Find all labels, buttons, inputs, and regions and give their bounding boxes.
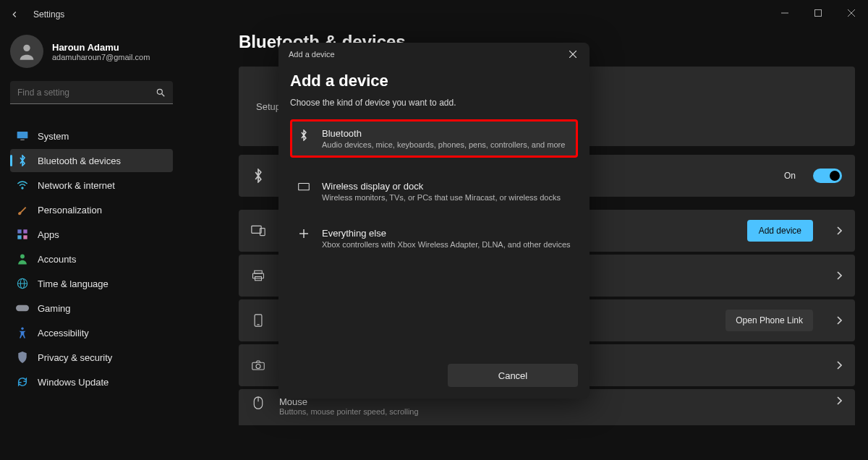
sidebar-item-label: Accounts xyxy=(38,254,76,265)
svg-point-4 xyxy=(23,45,30,51)
person-icon xyxy=(16,252,29,265)
nav-list: System Bluetooth & devices Network & int… xyxy=(10,124,173,393)
sidebar-item-label: System xyxy=(38,131,69,142)
window-title: Settings xyxy=(33,9,64,20)
dialog-titlebar: Add a device xyxy=(278,43,590,66)
profile-email: adamuharoun7@gmail.com xyxy=(52,53,150,61)
sidebar-item-personalization[interactable]: Personalization xyxy=(10,198,173,221)
sidebar-item-privacy[interactable]: Privacy & security xyxy=(10,346,173,369)
svg-rect-1 xyxy=(815,10,822,17)
option-sub: Wireless monitors, TVs, or PCs that use … xyxy=(322,193,561,202)
option-title: Wireless display or dock xyxy=(322,181,561,192)
svg-rect-22 xyxy=(255,271,263,273)
display-icon xyxy=(297,181,310,192)
dialog-option-wireless-display[interactable]: Wireless display or dock Wireless monito… xyxy=(290,172,578,210)
chevron-right-icon xyxy=(836,396,842,405)
svg-rect-11 xyxy=(23,229,27,233)
svg-rect-8 xyxy=(20,140,24,140)
svg-point-19 xyxy=(21,328,23,330)
sidebar-item-label: Time & language xyxy=(38,278,109,289)
add-device-button[interactable]: Add device xyxy=(747,220,813,242)
option-title: Everything else xyxy=(322,228,571,239)
chevron-right-icon xyxy=(836,316,842,325)
dialog-close-button[interactable] xyxy=(562,44,584,64)
svg-rect-18 xyxy=(16,305,29,311)
maximize-button[interactable] xyxy=(801,0,835,26)
close-button[interactable] xyxy=(835,0,868,26)
row-sub: Buttons, mouse pointer speed, scrolling xyxy=(279,407,825,416)
bluetooth-toggle[interactable] xyxy=(813,169,842,183)
chevron-right-icon xyxy=(836,271,842,280)
svg-point-28 xyxy=(256,365,260,369)
back-button[interactable] xyxy=(0,0,29,29)
avatar xyxy=(10,35,43,68)
svg-point-14 xyxy=(20,255,25,259)
sidebar-item-accounts[interactable]: Accounts xyxy=(10,247,173,271)
svg-rect-21 xyxy=(260,229,265,236)
sidebar-item-accessibility[interactable]: Accessibility xyxy=(10,321,173,344)
sidebar: Haroun Adamu adamuharoun7@gmail.com Syst… xyxy=(10,35,173,393)
phone-icon xyxy=(249,314,268,327)
svg-rect-10 xyxy=(17,229,21,233)
search-box[interactable] xyxy=(10,81,173,104)
svg-rect-7 xyxy=(17,132,28,138)
plus-icon xyxy=(297,228,310,238)
sidebar-item-update[interactable]: Windows Update xyxy=(10,370,173,393)
chevron-right-icon xyxy=(836,226,842,235)
shield-icon xyxy=(16,351,29,364)
dialog-option-bluetooth[interactable]: Bluetooth Audio devices, mice, keyboards… xyxy=(290,119,578,158)
sidebar-item-label: Accessibility xyxy=(38,328,89,338)
sidebar-item-gaming[interactable]: Gaming xyxy=(10,297,173,320)
profile-block[interactable]: Haroun Adamu adamuharoun7@gmail.com xyxy=(10,35,173,68)
sidebar-item-network[interactable]: Network & internet xyxy=(10,174,173,197)
search-icon xyxy=(156,88,166,98)
dialog-window-title: Add a device xyxy=(289,50,335,59)
bluetooth-icon xyxy=(249,169,268,183)
dialog-subheading: Choose the kind of device you want to ad… xyxy=(290,98,578,108)
svg-line-6 xyxy=(162,93,165,96)
sidebar-item-label: Bluetooth & devices xyxy=(38,156,121,166)
open-phone-link-button[interactable]: Open Phone Link xyxy=(726,310,813,331)
search-input[interactable] xyxy=(17,88,156,98)
bluetooth-icon xyxy=(297,128,310,141)
sidebar-item-bluetooth-devices[interactable]: Bluetooth & devices xyxy=(10,149,173,172)
sidebar-item-label: Network & internet xyxy=(38,180,115,191)
svg-point-9 xyxy=(22,187,23,189)
sidebar-item-apps[interactable]: Apps xyxy=(10,223,173,246)
profile-name: Haroun Adamu xyxy=(52,42,150,53)
svg-rect-23 xyxy=(253,273,264,278)
dialog-heading: Add a device xyxy=(290,72,578,90)
option-sub: Xbox controllers with Xbox Wireless Adap… xyxy=(322,240,571,249)
titlebar: Settings xyxy=(0,0,868,29)
sidebar-item-system[interactable]: System xyxy=(10,124,173,148)
sidebar-item-time-language[interactable]: Time & language xyxy=(10,272,173,295)
devices-icon xyxy=(249,225,268,237)
update-icon xyxy=(16,375,29,388)
option-sub: Audio devices, mice, keyboards, phones, … xyxy=(322,140,565,149)
apps-icon xyxy=(16,228,29,241)
svg-rect-12 xyxy=(17,235,21,239)
brush-icon xyxy=(16,203,29,216)
dialog-option-everything-else[interactable]: Everything else Xbox controllers with Xb… xyxy=(290,219,578,257)
sidebar-item-label: Windows Update xyxy=(38,377,109,388)
gaming-icon xyxy=(16,302,29,315)
accessibility-icon xyxy=(16,326,29,339)
system-icon xyxy=(16,129,29,142)
camera-icon xyxy=(249,360,268,370)
sidebar-item-label: Privacy & security xyxy=(38,352,112,363)
sidebar-item-label: Personalization xyxy=(38,205,102,216)
globe-icon xyxy=(16,277,29,290)
svg-rect-13 xyxy=(23,235,27,239)
window-controls xyxy=(768,0,868,26)
toggle-label: On xyxy=(784,171,796,181)
svg-rect-33 xyxy=(299,183,310,189)
mouse-icon xyxy=(249,396,268,409)
minimize-button[interactable] xyxy=(768,0,801,26)
add-device-dialog: Add a device Add a device Choose the kin… xyxy=(278,43,590,399)
chevron-right-icon xyxy=(836,361,842,370)
wifi-icon xyxy=(16,179,29,192)
bluetooth-icon xyxy=(16,154,29,167)
svg-point-5 xyxy=(157,89,162,94)
printer-icon xyxy=(249,270,268,281)
dialog-cancel-button[interactable]: Cancel xyxy=(448,364,578,387)
